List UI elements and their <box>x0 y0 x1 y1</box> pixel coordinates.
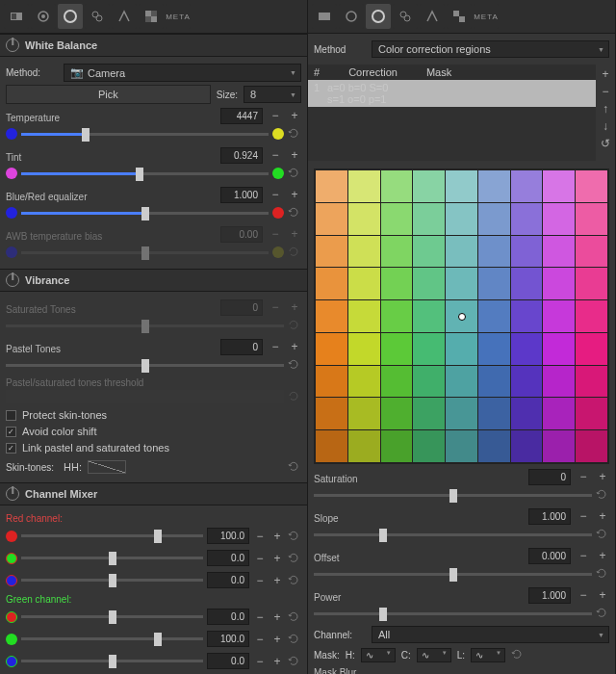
tab-raw-icon[interactable] <box>139 4 164 29</box>
color-picker-grid[interactable] <box>314 168 609 464</box>
size-dropdown[interactable]: 8 <box>244 86 301 103</box>
green-g-value[interactable]: 100.0 <box>207 631 249 647</box>
plus-button[interactable]: + <box>288 148 301 162</box>
channel-mixer-header[interactable]: Channel Mixer <box>0 482 307 506</box>
power-icon[interactable] <box>6 39 19 52</box>
reset-icon[interactable] <box>596 607 609 620</box>
pastel-tones-value[interactable]: 0 <box>220 339 263 355</box>
red-b-slider[interactable] <box>21 579 203 582</box>
plus-button[interactable]: + <box>270 655 284 668</box>
move-up-button[interactable]: ↑ <box>598 101 613 117</box>
reset-icon[interactable] <box>288 127 301 141</box>
plus-button[interactable]: + <box>596 549 609 562</box>
wb-method-dropdown[interactable]: 📷Camera <box>64 64 301 82</box>
tab-color-icon[interactable] <box>366 4 391 29</box>
remove-region-button[interactable]: − <box>598 84 613 99</box>
offset-value[interactable]: 0.000 <box>528 548 571 564</box>
tab-transform-icon[interactable] <box>420 4 445 29</box>
move-down-button[interactable]: ↓ <box>598 118 613 134</box>
tab-detail-icon[interactable] <box>31 4 56 29</box>
minus-button[interactable]: − <box>253 530 267 543</box>
avoid-shift-checkbox[interactable]: Avoid color shift <box>6 426 301 437</box>
mask-c-dropdown[interactable]: ∿ <box>417 648 451 662</box>
reset-icon[interactable] <box>288 167 301 180</box>
plus-button[interactable]: + <box>270 574 284 587</box>
reset-icon[interactable] <box>596 488 609 502</box>
tab-detail-icon[interactable] <box>339 4 364 29</box>
plus-button[interactable]: + <box>270 552 284 565</box>
plus-button[interactable]: + <box>288 188 301 201</box>
tab-color-icon[interactable] <box>58 4 83 29</box>
plus-button[interactable]: + <box>596 588 609 602</box>
power-icon[interactable] <box>6 487 19 501</box>
green-b-value[interactable]: 0.0 <box>207 653 249 669</box>
minus-button[interactable]: − <box>577 588 590 602</box>
red-r-slider[interactable] <box>21 534 203 537</box>
tab-transform-icon[interactable] <box>112 4 137 29</box>
reset-icon[interactable] <box>511 648 525 661</box>
tab-advanced-icon[interactable] <box>393 4 418 29</box>
pick-button[interactable]: Pick <box>6 85 211 104</box>
minus-button[interactable]: − <box>577 509 590 523</box>
minus-button[interactable]: − <box>253 552 267 565</box>
tab-exposure-icon[interactable] <box>312 4 337 29</box>
green-r-slider[interactable] <box>21 615 203 618</box>
mask-l-dropdown[interactable]: ∿ <box>471 648 505 662</box>
temperature-slider[interactable] <box>21 133 269 136</box>
minus-button[interactable]: − <box>269 340 282 353</box>
cc-method-dropdown[interactable]: Color correction regions <box>372 40 609 58</box>
protect-skin-checkbox[interactable]: Protect skin-tones <box>6 409 301 421</box>
reset-icon[interactable] <box>596 567 609 581</box>
reset-icon[interactable] <box>288 655 301 668</box>
reset-regions-icon[interactable]: ↺ <box>598 136 613 151</box>
reset-icon[interactable] <box>288 206 301 220</box>
minus-button[interactable]: − <box>577 470 590 483</box>
power-icon[interactable] <box>6 273 19 287</box>
pastel-tones-slider[interactable] <box>6 364 284 367</box>
reset-icon[interactable] <box>288 610 301 624</box>
slope-slider[interactable] <box>314 533 592 536</box>
mask-h-dropdown[interactable]: ∿ <box>361 648 396 662</box>
tint-value[interactable]: 0.924 <box>220 147 263 164</box>
white-balance-header[interactable]: White Balance <box>0 34 307 57</box>
red-b-value[interactable]: 0.0 <box>207 572 249 588</box>
add-region-button[interactable]: + <box>598 66 613 82</box>
region-row[interactable]: 1 a=0 b=0 S=0s=1 o=0 p=1 <box>308 80 596 107</box>
reset-icon[interactable] <box>288 574 301 587</box>
tab-meta[interactable]: META <box>474 4 499 29</box>
minus-button[interactable]: − <box>253 610 267 624</box>
power-slider[interactable] <box>314 612 592 615</box>
tab-advanced-icon[interactable] <box>85 4 110 29</box>
reset-icon[interactable] <box>288 530 301 543</box>
plus-button[interactable]: + <box>270 633 284 646</box>
power-value[interactable]: 1.000 <box>528 587 571 604</box>
red-g-value[interactable]: 0.0 <box>207 550 249 566</box>
saturation-value[interactable]: 0 <box>528 469 571 485</box>
bluered-value[interactable]: 1.000 <box>220 187 263 203</box>
bluered-slider[interactable] <box>21 212 269 215</box>
red-g-slider[interactable] <box>21 557 203 559</box>
offset-slider[interactable] <box>314 573 592 576</box>
tab-raw-icon[interactable] <box>447 4 472 29</box>
vibrance-header[interactable]: Vibrance <box>0 269 307 292</box>
minus-button[interactable]: − <box>269 148 282 162</box>
channel-dropdown[interactable]: All <box>372 626 609 643</box>
minus-button[interactable]: − <box>253 633 267 646</box>
picker-indicator[interactable] <box>458 313 466 321</box>
red-r-value[interactable]: 100.0 <box>207 528 249 544</box>
saturation-slider[interactable] <box>314 494 592 497</box>
slope-value[interactable]: 1.000 <box>528 508 571 525</box>
link-tones-checkbox[interactable]: Link pastel and saturated tones <box>6 442 301 454</box>
reset-icon[interactable] <box>288 460 301 474</box>
reset-icon[interactable] <box>288 633 301 646</box>
plus-button[interactable]: + <box>596 509 609 523</box>
tint-slider[interactable] <box>21 172 269 175</box>
green-g-slider[interactable] <box>21 637 203 640</box>
plus-button[interactable]: + <box>288 340 301 353</box>
green-b-slider[interactable] <box>21 660 203 662</box>
plus-button[interactable]: + <box>288 109 301 122</box>
minus-button[interactable]: − <box>577 549 590 562</box>
green-r-value[interactable]: 0.0 <box>207 609 249 625</box>
plus-button[interactable]: + <box>270 610 284 624</box>
minus-button[interactable]: − <box>269 109 282 122</box>
